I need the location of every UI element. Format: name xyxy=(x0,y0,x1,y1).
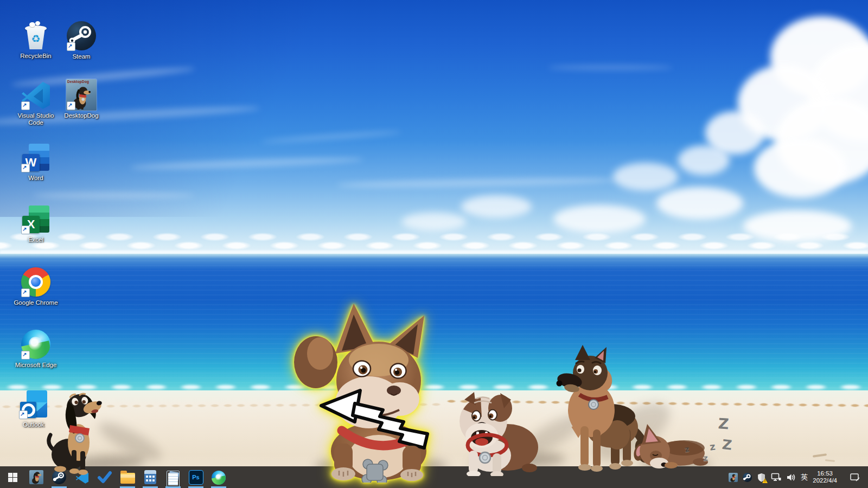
bulldog-dog[interactable] xyxy=(454,381,540,476)
desktop-icon-desktopdog[interactable]: DesktopDog DesktopDog xyxy=(58,79,105,119)
recycle-bin-icon xyxy=(21,21,51,51)
system-tray: 英 16:53 2022/4/4 xyxy=(729,466,868,488)
outlook-icon xyxy=(18,389,49,420)
desktop: RecycleBin Steam xyxy=(0,0,868,488)
cloud xyxy=(548,65,673,70)
shortcut-arrow-icon xyxy=(21,351,30,359)
desktop-icon-label: RecycleBin xyxy=(12,53,59,60)
cloud-band xyxy=(0,239,868,252)
desktop-icon-excel[interactable]: Excel xyxy=(12,204,59,243)
start-button[interactable] xyxy=(0,466,25,488)
desktop-icon-steam[interactable]: Steam xyxy=(58,21,105,60)
tray-volume-icon[interactable] xyxy=(786,473,796,481)
shortcut-arrow-icon xyxy=(21,288,30,297)
taskbar-button-desktopdog[interactable] xyxy=(25,466,48,488)
desktop-icon-label: Steam xyxy=(58,53,105,60)
desktop-icon-label: Microsoft Edge xyxy=(12,362,59,369)
cloud xyxy=(656,187,743,220)
action-center-icon[interactable] xyxy=(850,473,860,482)
word-icon xyxy=(21,143,51,173)
clock[interactable]: 16:53 2022/4/4 xyxy=(813,470,837,484)
shortcut-arrow-icon xyxy=(21,164,30,172)
desktop-icon-label: Word xyxy=(12,175,59,182)
cloud xyxy=(613,163,678,191)
tray-desktopdog-icon[interactable] xyxy=(729,473,738,482)
desktop-icon-edge[interactable]: Microsoft Edge xyxy=(12,329,59,369)
cloud xyxy=(553,205,646,233)
desktop-icon-label: Google Chrome xyxy=(12,299,59,306)
shortcut-arrow-icon xyxy=(21,226,30,234)
taskbar-button-notepad[interactable] xyxy=(162,466,184,488)
chrome-icon xyxy=(21,267,51,298)
desktop-icon-label: Visual Studio Code xyxy=(12,112,59,126)
sleep-z: Z xyxy=(722,436,733,453)
file-explorer-icon xyxy=(120,473,135,484)
shortcut-arrow-icon xyxy=(67,42,75,51)
cloud xyxy=(33,192,195,198)
tray-steam-icon[interactable] xyxy=(743,473,752,482)
desktop-icon-label: DesktopDog xyxy=(58,112,105,119)
cloud xyxy=(754,138,846,198)
clock-time: 16:53 xyxy=(813,470,837,477)
cloud xyxy=(401,213,467,231)
corgi-dog-selected[interactable] xyxy=(288,298,434,483)
shortcut-arrow-icon xyxy=(67,101,75,110)
taskbar: Ps xyxy=(0,466,868,488)
edge-icon xyxy=(21,330,51,360)
windows-logo-icon xyxy=(8,473,17,482)
cloud xyxy=(678,145,730,175)
notepad-icon xyxy=(166,470,180,484)
taskbar-button-edge[interactable] xyxy=(207,466,230,488)
desktop-icon-vscode[interactable]: Visual Studio Code xyxy=(12,80,59,126)
desktop-icon-word[interactable]: Word xyxy=(12,143,59,182)
desktopdog-icon: DesktopDog xyxy=(66,79,97,111)
tray-security-shield-icon[interactable] xyxy=(757,473,766,482)
warning-badge-icon xyxy=(762,478,768,483)
taskbar-button-photoshop[interactable]: Ps xyxy=(184,466,207,488)
cloud xyxy=(461,195,532,218)
edge-icon xyxy=(212,471,226,485)
shortcut-arrow-icon xyxy=(19,410,28,419)
shortcut-arrow-icon xyxy=(21,101,30,110)
sea-texture xyxy=(0,260,868,390)
steam-icon xyxy=(66,21,97,52)
desktop-icon-recyclebin[interactable]: RecycleBin xyxy=(12,21,59,60)
vscode-icon xyxy=(21,80,51,111)
taskbar-button-calculator[interactable] xyxy=(139,466,162,488)
taskbar-button-file-explorer[interactable] xyxy=(116,466,139,488)
clock-date: 2022/4/4 xyxy=(813,477,837,484)
dachshund-dog[interactable] xyxy=(46,378,108,476)
sleeping-puppy-dog[interactable] xyxy=(632,419,708,473)
photoshop-icon: Ps xyxy=(189,470,203,485)
desktop-icon-label: Excel xyxy=(12,236,59,243)
desktop-icon-chrome[interactable]: Google Chrome xyxy=(12,267,59,306)
sleep-z: z xyxy=(703,453,708,464)
calculator-icon xyxy=(144,470,156,484)
desktopdog-icon xyxy=(29,470,43,484)
desktopdog-thumbnail-caption: DesktopDog xyxy=(67,80,89,84)
excel-icon xyxy=(21,204,51,235)
sleep-z: Z xyxy=(718,415,730,432)
ime-language-indicator[interactable]: 英 xyxy=(801,472,808,482)
tray-network-icon[interactable] xyxy=(771,473,781,481)
